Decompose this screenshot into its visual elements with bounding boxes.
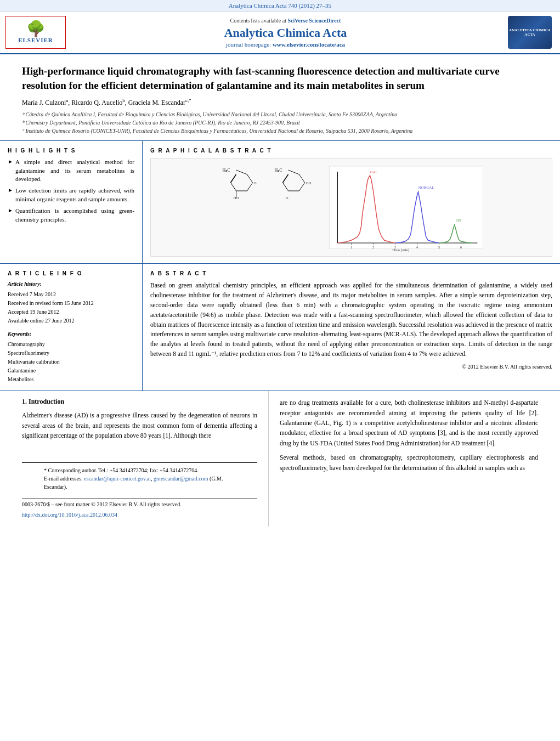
svg-text:6: 6 [460,246,462,249]
keyword-spectrofluorimetry: Spectrofluorimetry [8,349,134,358]
highlights-column: H I G H L I G H T S ► A simple and direc… [0,141,143,263]
introduction-title: 1. Introduction [22,398,257,406]
highlight-item-2: ► Low detection limits are rapidly achie… [8,186,134,203]
abstract-text: Based on green analytical chemistry prin… [150,281,552,359]
svg-text:O: O [254,181,257,185]
keyword-galantamine: Galantamine [8,366,134,375]
svg-text:O: O [286,196,289,200]
elsevier-tree-icon: 🌳 [26,21,46,37]
revised-date: Received in revised form 15 June 2012 [8,299,134,308]
issn-info: 0003-2670/$ – see front matter © 2012 El… [22,501,182,507]
graphical-abstract-column: G R A P H I C A L A B S T R A C T H₃C O … [143,141,560,263]
highlights-heading: H I G H L I G H T S [8,148,134,154]
article-title: High-performance liquid chromatography w… [22,64,538,92]
svg-line-6 [231,174,236,183]
analytica-logo-right: ANALYTICA CHIMICA ACTA [505,16,555,49]
svg-line-11 [289,170,299,174]
doi-bar: http://dx.doi.org/10.1016/j.aca.2012.06.… [22,510,257,520]
journal-citation: Analytica Chimica Acta 740 (2012) 27–35 [229,2,331,9]
elsevier-logo: 🌳 ELSEVIER [5,16,66,49]
svg-text:1: 1 [350,246,352,249]
journal-name: Analytica Chimica Acta [224,26,347,40]
elsevier-name: ELSEVIER [18,37,53,43]
journal-citation-bar: Analytica Chimica Acta 740 (2012) 27–35 [0,0,560,12]
abstract-copyright: © 2012 Elsevier B.V. All rights reserved… [150,364,552,370]
highlight-item-1: ► A simple and direct analytical method … [8,158,134,183]
article-info-abstract-section: A R T I C L E I N F O Article history: R… [0,264,560,391]
highlight-item-3: ► Quantification is accomplished using g… [8,207,134,224]
sciverse-link[interactable]: SciVerse ScienceDirect [288,18,341,24]
journal-title-area: Contents lists available at SciVerse Sci… [71,16,500,49]
graphical-abstract-svg: H₃C O HO H₂C [151,158,552,257]
svg-line-3 [247,183,253,191]
author-names: María J. Culzonia, Ricardo Q. Auceliob, … [22,99,191,106]
svg-text:OH: OH [306,181,312,185]
svg-line-5 [231,183,236,191]
svg-text:GAL: GAL [370,170,378,174]
svg-line-1 [236,170,247,174]
highlight-text-2: Low detection limits are rapidly achieve… [15,186,134,203]
homepage-url[interactable]: www.elsevier.com/locate/aca [273,41,345,48]
affiliation-b: ᵇ Chemistry Department, Pontifícia Unive… [22,118,538,127]
corresponding-author: * Corresponding author. Tel.: +54 341437… [44,466,235,474]
highlight-text-3: Quantification is accomplished using gre… [15,207,134,224]
svg-text:4: 4 [416,246,418,249]
contents-line: Contents lists available at SciVerse Sci… [230,18,341,24]
svg-line-2 [247,174,253,183]
svg-line-13 [299,183,305,191]
email1[interactable]: escandar@iquir-conicet.gov.ar [84,476,151,482]
svg-text:NORGAL: NORGAL [418,185,434,190]
svg-text:5: 5 [438,246,440,249]
analytica-badge: ANALYTICA CHIMICA ACTA [508,16,552,49]
svg-text:2: 2 [372,246,374,249]
highlight-arrow-3: ► [8,207,13,224]
svg-rect-19 [330,166,483,248]
svg-text:EPI: EPI [456,218,462,223]
bottom-bar: 0003-2670/$ – see front matter © 2012 El… [22,499,257,510]
svg-line-16 [283,174,289,183]
body-section: 1. Introduction Alzheimer's disease (AD)… [0,391,560,527]
introduction-para2: are no drug treatments available for a c… [280,398,538,473]
journal-header: 🌳 ELSEVIER Contents lists available at S… [0,12,560,54]
affiliations: ᵃ Cátedra de Química Analítica I, Facult… [22,110,538,135]
highlights-graphical-section: H I G H L I G H T S ► A simple and direc… [0,141,560,264]
email2[interactable]: gmescandar@gmail.com [154,476,208,482]
keyword-chromatography: Chromatography [8,340,134,349]
abstract-heading: A B S T R A C T [150,270,552,276]
svg-text:3: 3 [394,246,396,249]
abstract-column: A B S T R A C T Based on green analytica… [143,264,560,391]
affiliation-a: ᵃ Cátedra de Química Analítica I, Facult… [22,110,538,118]
svg-line-15 [283,183,289,191]
received-date: Received 7 May 2012 [8,290,134,299]
affiliation-c: ᶜ Instituto de Química Rosario (CONICET-… [22,127,538,135]
svg-line-12 [299,174,305,183]
keywords-label: Keywords: [8,331,134,337]
highlight-text-1: A simple and direct analytical method fo… [15,158,134,183]
article-title-section: High-performance liquid chromatography w… [0,54,560,141]
available-date: Available online 27 June 2012 [8,316,134,325]
graphical-abstract-image: H₃C O HO H₂C [150,158,552,257]
journal-homepage: journal homepage: www.elsevier.com/locat… [226,41,345,48]
article-info-column: A R T I C L E I N F O Article history: R… [0,264,143,391]
accepted-date: Accepted 19 June 2012 [8,308,134,316]
keywords-section: Keywords: Chromatography Spectrofluorime… [8,331,134,384]
graphical-abstract-heading: G R A P H I C A L A B S T R A C T [150,148,552,154]
footer-notes: * Corresponding author. Tel.: +54 341437… [22,462,257,495]
doi-link[interactable]: http://dx.doi.org/10.1016/j.aca.2012.06.… [22,512,117,518]
keyword-multivariate: Multivariate calibration [8,358,134,366]
svg-text:H₂C: H₂C [275,168,282,173]
introduction-para1: Alzheimer's disease (AD) is a progressiv… [22,410,257,440]
svg-text:H₃C: H₃C [223,168,230,173]
highlight-arrow-2: ► [8,186,13,203]
keyword-metabolites: Metabolites [8,375,134,384]
body-right-column: are no drug treatments available for a c… [269,391,560,527]
article-info-heading: A R T I C L E I N F O [8,270,134,276]
email-addresses: E-mail addresses: escandar@iquir-conicet… [44,474,235,491]
history-label: Article history: [8,281,134,287]
authors: María J. Culzonia, Ricardo Q. Auceliob, … [22,98,538,107]
body-left-column: 1. Introduction Alzheimer's disease (AD)… [0,391,269,527]
highlight-arrow-1: ► [8,158,13,183]
